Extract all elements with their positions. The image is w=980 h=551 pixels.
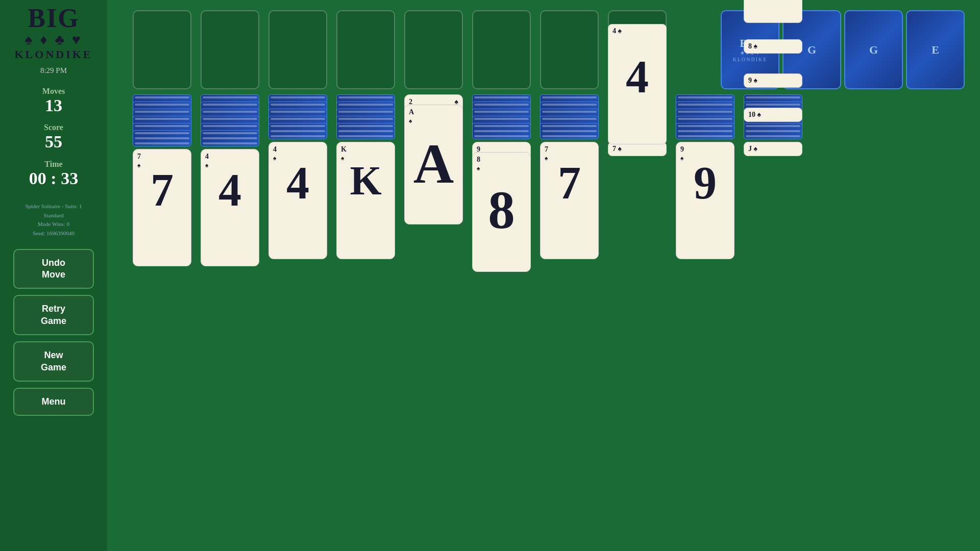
- faceup-card[interactable]: K♠ K: [336, 142, 395, 259]
- faceup-card-8[interactable]: 8♠ 8: [472, 152, 531, 272]
- tableau-column-5: 2♠ A♠ A: [404, 94, 463, 272]
- retry-game-button[interactable]: RetryGame: [13, 295, 94, 335]
- tableau-column-9: 9♠ 9: [676, 94, 734, 272]
- facedown-card[interactable]: [133, 130, 191, 146]
- moves-value: 13: [42, 96, 65, 115]
- logo-subtitle: KLONDIKE: [14, 48, 92, 61]
- sidebar: BIG ♠ ♦ ♣ ♥ KLONDIKE 8:29 PM Moves 13 Sc…: [0, 0, 107, 551]
- tableau-column-7: 7♠ 7: [540, 94, 599, 272]
- facedown-stack-1: [133, 94, 191, 149]
- foundation-slot-5[interactable]: [404, 10, 463, 89]
- foundation-row: [133, 10, 667, 89]
- tableau-column-10: J ♠ 10 ♠ 9 ♠ 8 ♠ 7 ♠ 6 ♠ 5 ♠: [744, 94, 802, 272]
- tableau-column-1: 7♠ 7: [133, 94, 191, 272]
- new-game-button[interactable]: NewGame: [13, 341, 94, 382]
- foundation-slot-7[interactable]: [540, 10, 599, 89]
- foundation-slot-2[interactable]: [201, 10, 259, 89]
- facedown-card[interactable]: [268, 123, 327, 139]
- facedown-stack-7: [540, 94, 599, 142]
- facedown-card[interactable]: [336, 123, 395, 139]
- game-info: Spider Solitaire - Suits: 1StandardMode …: [25, 202, 82, 238]
- time-value: 00 : 33: [29, 169, 78, 188]
- game-area: BIG ♠ ♦ ♣ ♥ KLONDIKE G G E: [107, 0, 980, 551]
- faceup-card[interactable]: 4♠ 4: [268, 142, 327, 259]
- stock-card-4[interactable]: E: [906, 10, 965, 89]
- undo-move-button[interactable]: UndoMove: [13, 249, 94, 289]
- time-label: Time: [29, 160, 78, 169]
- foundation-slot-1[interactable]: [133, 10, 191, 89]
- time-stat: Time 00 : 33: [29, 160, 78, 188]
- facedown-stack-9: [676, 94, 734, 142]
- tableau-column-2: 4♠ 4: [201, 94, 259, 272]
- tableau-column-4: K♠ K: [336, 94, 395, 272]
- facedown-card[interactable]: [540, 123, 599, 139]
- faceup-card-10[interactable]: 10 ♠: [744, 108, 802, 122]
- logo-area: BIG ♠ ♦ ♣ ♥ KLONDIKE: [14, 5, 92, 61]
- facedown-stack-4: [336, 94, 395, 142]
- faceup-card[interactable]: A♠ A: [404, 105, 463, 224]
- facedown-card[interactable]: [201, 130, 259, 146]
- tableau-column-8: 7 ♠ 6 ♠ 5 ♠ 4 ♠ 4: [608, 94, 667, 272]
- faceup-card[interactable]: 7♠ 7: [133, 149, 191, 266]
- facedown-stack-6: [472, 94, 531, 142]
- moves-label: Moves: [42, 87, 65, 96]
- facedown-card[interactable]: [472, 123, 531, 139]
- foundation-slot-6[interactable]: [472, 10, 531, 89]
- facedown-card[interactable]: [744, 123, 802, 139]
- score-stat: Score 55: [44, 123, 63, 151]
- facedown-card[interactable]: [676, 123, 734, 139]
- faceup-card[interactable]: 7♠ 7: [540, 142, 599, 259]
- foundation-slot-3[interactable]: [268, 10, 327, 89]
- menu-button[interactable]: Menu: [13, 388, 94, 416]
- score-value: 55: [44, 132, 63, 151]
- facedown-stack-2: [201, 94, 259, 149]
- tableau-column-6: 9♠ 8♠ 8: [472, 94, 531, 272]
- clock-display: 8:29 PM: [40, 66, 67, 75]
- tableau-area: 7♠ 7 4♠ 4: [133, 94, 802, 272]
- faceup-card-J[interactable]: J ♠: [744, 142, 802, 156]
- score-label: Score: [44, 123, 63, 132]
- faceup-card[interactable]: 4♠ 4: [201, 149, 259, 266]
- stock-card-3[interactable]: G: [844, 10, 903, 89]
- facedown-stack-3: [268, 94, 327, 142]
- logo-title: BIG: [28, 5, 79, 32]
- faceup-card-4[interactable]: 4 ♠ 4: [608, 24, 667, 144]
- logo-suits: ♠ ♦ ♣ ♥: [24, 32, 82, 48]
- moves-stat: Moves 13: [42, 87, 65, 115]
- tableau-column-3: 4♠ 4: [268, 94, 327, 272]
- foundation-slot-4[interactable]: [336, 10, 395, 89]
- faceup-card-4[interactable]: 4 ♠ 4: [744, 0, 802, 23]
- faceup-card[interactable]: 9♠ 9: [676, 142, 734, 259]
- faceup-card-8[interactable]: 8 ♠: [744, 39, 802, 54]
- faceup-card-9[interactable]: 9 ♠: [744, 73, 802, 88]
